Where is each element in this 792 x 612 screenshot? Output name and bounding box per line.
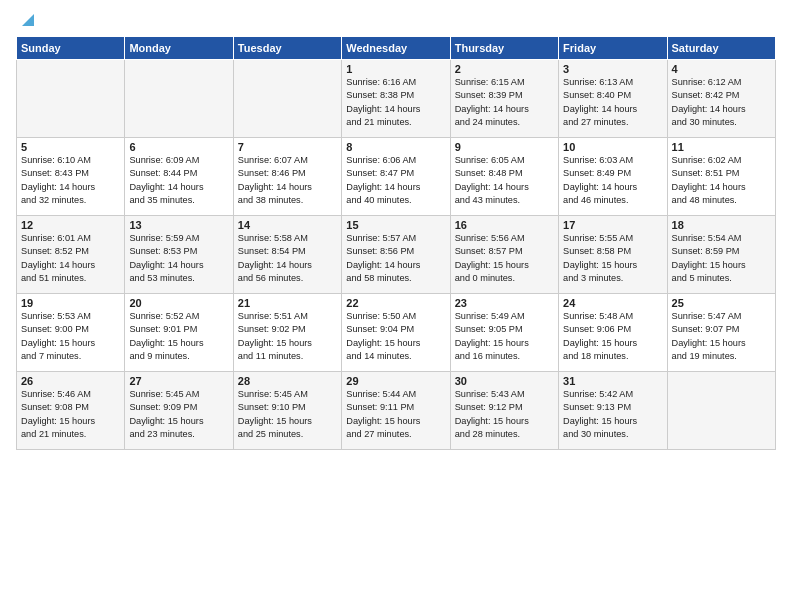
calendar-cell: 31Sunrise: 5:42 AM Sunset: 9:13 PM Dayli… (559, 372, 667, 450)
calendar-cell: 1Sunrise: 6:16 AM Sunset: 8:38 PM Daylig… (342, 60, 450, 138)
calendar-cell: 9Sunrise: 6:05 AM Sunset: 8:48 PM Daylig… (450, 138, 558, 216)
day-info: Sunrise: 5:51 AM Sunset: 9:02 PM Dayligh… (238, 310, 337, 363)
day-number: 19 (21, 297, 120, 309)
day-header-sunday: Sunday (17, 37, 125, 60)
calendar-cell: 11Sunrise: 6:02 AM Sunset: 8:51 PM Dayli… (667, 138, 775, 216)
calendar-cell: 17Sunrise: 5:55 AM Sunset: 8:58 PM Dayli… (559, 216, 667, 294)
day-number: 4 (672, 63, 771, 75)
day-header-friday: Friday (559, 37, 667, 60)
calendar-cell: 8Sunrise: 6:06 AM Sunset: 8:47 PM Daylig… (342, 138, 450, 216)
calendar-week-3: 12Sunrise: 6:01 AM Sunset: 8:52 PM Dayli… (17, 216, 776, 294)
calendar-cell: 18Sunrise: 5:54 AM Sunset: 8:59 PM Dayli… (667, 216, 775, 294)
day-info: Sunrise: 5:44 AM Sunset: 9:11 PM Dayligh… (346, 388, 445, 441)
calendar-cell: 22Sunrise: 5:50 AM Sunset: 9:04 PM Dayli… (342, 294, 450, 372)
calendar-cell: 20Sunrise: 5:52 AM Sunset: 9:01 PM Dayli… (125, 294, 233, 372)
day-number: 31 (563, 375, 662, 387)
day-info: Sunrise: 6:02 AM Sunset: 8:51 PM Dayligh… (672, 154, 771, 207)
svg-marker-0 (22, 14, 34, 26)
day-header-wednesday: Wednesday (342, 37, 450, 60)
day-info: Sunrise: 6:12 AM Sunset: 8:42 PM Dayligh… (672, 76, 771, 129)
day-number: 10 (563, 141, 662, 153)
day-info: Sunrise: 6:06 AM Sunset: 8:47 PM Dayligh… (346, 154, 445, 207)
calendar-cell: 15Sunrise: 5:57 AM Sunset: 8:56 PM Dayli… (342, 216, 450, 294)
calendar-cell: 13Sunrise: 5:59 AM Sunset: 8:53 PM Dayli… (125, 216, 233, 294)
day-header-tuesday: Tuesday (233, 37, 341, 60)
calendar-cell: 12Sunrise: 6:01 AM Sunset: 8:52 PM Dayli… (17, 216, 125, 294)
day-number: 9 (455, 141, 554, 153)
day-info: Sunrise: 6:15 AM Sunset: 8:39 PM Dayligh… (455, 76, 554, 129)
day-number: 13 (129, 219, 228, 231)
day-info: Sunrise: 5:48 AM Sunset: 9:06 PM Dayligh… (563, 310, 662, 363)
day-number: 28 (238, 375, 337, 387)
day-info: Sunrise: 6:03 AM Sunset: 8:49 PM Dayligh… (563, 154, 662, 207)
day-number: 16 (455, 219, 554, 231)
calendar-cell: 26Sunrise: 5:46 AM Sunset: 9:08 PM Dayli… (17, 372, 125, 450)
day-number: 1 (346, 63, 445, 75)
calendar-header-row: SundayMondayTuesdayWednesdayThursdayFrid… (17, 37, 776, 60)
day-number: 26 (21, 375, 120, 387)
logo (16, 12, 38, 28)
calendar-cell: 27Sunrise: 5:45 AM Sunset: 9:09 PM Dayli… (125, 372, 233, 450)
calendar-cell: 2Sunrise: 6:15 AM Sunset: 8:39 PM Daylig… (450, 60, 558, 138)
calendar-week-5: 26Sunrise: 5:46 AM Sunset: 9:08 PM Dayli… (17, 372, 776, 450)
day-number: 15 (346, 219, 445, 231)
day-number: 3 (563, 63, 662, 75)
calendar-cell (125, 60, 233, 138)
day-info: Sunrise: 5:45 AM Sunset: 9:10 PM Dayligh… (238, 388, 337, 441)
day-info: Sunrise: 6:13 AM Sunset: 8:40 PM Dayligh… (563, 76, 662, 129)
calendar-cell: 10Sunrise: 6:03 AM Sunset: 8:49 PM Dayli… (559, 138, 667, 216)
calendar-cell (667, 372, 775, 450)
day-number: 20 (129, 297, 228, 309)
day-number: 21 (238, 297, 337, 309)
calendar-cell: 25Sunrise: 5:47 AM Sunset: 9:07 PM Dayli… (667, 294, 775, 372)
day-number: 24 (563, 297, 662, 309)
day-info: Sunrise: 5:53 AM Sunset: 9:00 PM Dayligh… (21, 310, 120, 363)
day-number: 27 (129, 375, 228, 387)
day-number: 25 (672, 297, 771, 309)
logo-icon (18, 8, 38, 28)
calendar-cell: 4Sunrise: 6:12 AM Sunset: 8:42 PM Daylig… (667, 60, 775, 138)
calendar-cell: 29Sunrise: 5:44 AM Sunset: 9:11 PM Dayli… (342, 372, 450, 450)
calendar-week-1: 1Sunrise: 6:16 AM Sunset: 8:38 PM Daylig… (17, 60, 776, 138)
calendar-cell (233, 60, 341, 138)
day-info: Sunrise: 5:45 AM Sunset: 9:09 PM Dayligh… (129, 388, 228, 441)
day-info: Sunrise: 5:55 AM Sunset: 8:58 PM Dayligh… (563, 232, 662, 285)
day-number: 18 (672, 219, 771, 231)
day-number: 23 (455, 297, 554, 309)
day-number: 17 (563, 219, 662, 231)
day-number: 7 (238, 141, 337, 153)
day-info: Sunrise: 5:57 AM Sunset: 8:56 PM Dayligh… (346, 232, 445, 285)
day-info: Sunrise: 5:49 AM Sunset: 9:05 PM Dayligh… (455, 310, 554, 363)
day-info: Sunrise: 5:43 AM Sunset: 9:12 PM Dayligh… (455, 388, 554, 441)
day-info: Sunrise: 6:05 AM Sunset: 8:48 PM Dayligh… (455, 154, 554, 207)
calendar-cell: 7Sunrise: 6:07 AM Sunset: 8:46 PM Daylig… (233, 138, 341, 216)
calendar-cell: 14Sunrise: 5:58 AM Sunset: 8:54 PM Dayli… (233, 216, 341, 294)
calendar-cell: 3Sunrise: 6:13 AM Sunset: 8:40 PM Daylig… (559, 60, 667, 138)
day-number: 2 (455, 63, 554, 75)
day-info: Sunrise: 5:52 AM Sunset: 9:01 PM Dayligh… (129, 310, 228, 363)
day-number: 11 (672, 141, 771, 153)
day-info: Sunrise: 6:16 AM Sunset: 8:38 PM Dayligh… (346, 76, 445, 129)
day-info: Sunrise: 5:58 AM Sunset: 8:54 PM Dayligh… (238, 232, 337, 285)
day-number: 30 (455, 375, 554, 387)
calendar-cell: 21Sunrise: 5:51 AM Sunset: 9:02 PM Dayli… (233, 294, 341, 372)
day-info: Sunrise: 6:07 AM Sunset: 8:46 PM Dayligh… (238, 154, 337, 207)
day-info: Sunrise: 5:46 AM Sunset: 9:08 PM Dayligh… (21, 388, 120, 441)
day-number: 5 (21, 141, 120, 153)
calendar-cell: 5Sunrise: 6:10 AM Sunset: 8:43 PM Daylig… (17, 138, 125, 216)
calendar-table: SundayMondayTuesdayWednesdayThursdayFrid… (16, 36, 776, 450)
calendar-cell: 30Sunrise: 5:43 AM Sunset: 9:12 PM Dayli… (450, 372, 558, 450)
calendar-cell (17, 60, 125, 138)
day-header-saturday: Saturday (667, 37, 775, 60)
calendar-cell: 24Sunrise: 5:48 AM Sunset: 9:06 PM Dayli… (559, 294, 667, 372)
day-number: 29 (346, 375, 445, 387)
day-info: Sunrise: 5:50 AM Sunset: 9:04 PM Dayligh… (346, 310, 445, 363)
day-number: 22 (346, 297, 445, 309)
day-info: Sunrise: 5:59 AM Sunset: 8:53 PM Dayligh… (129, 232, 228, 285)
day-number: 12 (21, 219, 120, 231)
day-info: Sunrise: 6:09 AM Sunset: 8:44 PM Dayligh… (129, 154, 228, 207)
day-header-thursday: Thursday (450, 37, 558, 60)
day-number: 8 (346, 141, 445, 153)
day-info: Sunrise: 5:54 AM Sunset: 8:59 PM Dayligh… (672, 232, 771, 285)
day-info: Sunrise: 5:42 AM Sunset: 9:13 PM Dayligh… (563, 388, 662, 441)
